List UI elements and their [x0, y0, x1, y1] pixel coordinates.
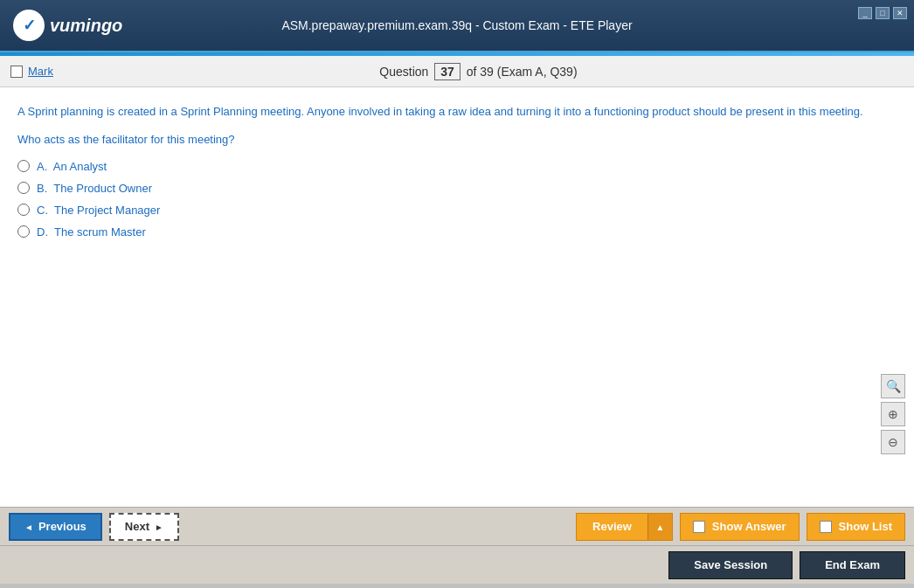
radio-d[interactable] [17, 225, 30, 238]
maximize-button[interactable]: □ [876, 7, 890, 19]
review-button[interactable]: Review [576, 513, 673, 541]
side-icons: 🔍 ⊕ ⊖ [881, 374, 905, 454]
prev-chevron-icon [24, 520, 33, 533]
end-exam-button[interactable]: End Exam [800, 551, 905, 579]
review-dropdown-icon[interactable] [647, 514, 672, 540]
option-c-label: C. The Project Manager [37, 204, 160, 217]
option-b-label: B. The Product Owner [37, 182, 152, 195]
mark-label[interactable]: Mark [28, 65, 53, 78]
radio-a[interactable] [17, 160, 30, 172]
window-title: ASM.prepaway.premium.exam.39q - Custom E… [281, 18, 632, 32]
show-list-checkbox-icon [820, 521, 832, 533]
question-label: Question [379, 65, 428, 79]
search-icon-btn[interactable]: 🔍 [881, 374, 905, 398]
option-c[interactable]: C. The Project Manager [17, 204, 897, 217]
title-bar: ✓ vumingo ASM.prepaway.premium.exam.39q … [0, 0, 914, 52]
save-session-label: Save Session [694, 558, 767, 571]
question-sub-text: Who acts as the facilitator for this mee… [17, 133, 897, 146]
option-a-label: A. An Analyst [37, 160, 107, 173]
close-button[interactable]: ✕ [893, 7, 907, 19]
show-list-label: Show List [839, 520, 892, 533]
main-content: A Sprint planning is created in a Sprint… [0, 87, 914, 507]
zoom-in-icon-btn[interactable]: ⊕ [881, 402, 905, 426]
show-answer-label: Show Answer [712, 520, 786, 533]
question-number: 37 [434, 63, 460, 80]
zoom-out-icon-btn[interactable]: ⊖ [881, 430, 905, 454]
review-chevron-icon [655, 520, 664, 533]
radio-b[interactable] [17, 182, 30, 194]
toolbar-row: Mark Question 37 of 39 (Exam A, Q39) [0, 56, 914, 87]
review-main[interactable]: Review [577, 514, 647, 540]
show-answer-checkbox-icon [693, 521, 705, 533]
question-total: of 39 (Exam A, Q39) [467, 65, 578, 79]
previous-button[interactable]: Previous [9, 513, 102, 541]
bottom-action: Save Session End Exam [0, 545, 914, 584]
logo-text: vumingo [50, 16, 122, 36]
logo-checkmark: ✓ [23, 16, 36, 35]
question-text: A Sprint planning is created in a Sprint… [17, 103, 897, 121]
option-a[interactable]: A. An Analyst [17, 160, 897, 173]
end-exam-label: End Exam [825, 558, 880, 571]
mark-area[interactable]: Mark [10, 65, 53, 78]
review-label: Review [592, 520, 632, 533]
question-info: Question 37 of 39 (Exam A, Q39) [53, 63, 904, 80]
next-button[interactable]: Next [109, 513, 179, 541]
options-list: A. An Analyst B. The Product Owner C. Th… [17, 160, 897, 239]
next-label: Next [125, 520, 149, 533]
radio-c[interactable] [17, 204, 30, 216]
mark-checkbox[interactable] [10, 66, 23, 78]
logo-area: ✓ vumingo [13, 10, 122, 41]
logo-circle: ✓ [13, 10, 45, 41]
option-b[interactable]: B. The Product Owner [17, 182, 897, 195]
minimize-button[interactable]: _ [858, 7, 872, 19]
bottom-nav: Previous Next Review Show Answer Show Li… [0, 507, 914, 545]
save-session-button[interactable]: Save Session [668, 551, 793, 579]
option-d-label: D. The scrum Master [37, 225, 146, 239]
show-list-button[interactable]: Show List [807, 513, 905, 541]
next-chevron-icon [155, 520, 163, 533]
show-answer-button[interactable]: Show Answer [680, 513, 800, 541]
option-d[interactable]: D. The scrum Master [17, 225, 897, 239]
previous-label: Previous [38, 520, 87, 533]
window-controls: _ □ ✕ [858, 7, 907, 19]
